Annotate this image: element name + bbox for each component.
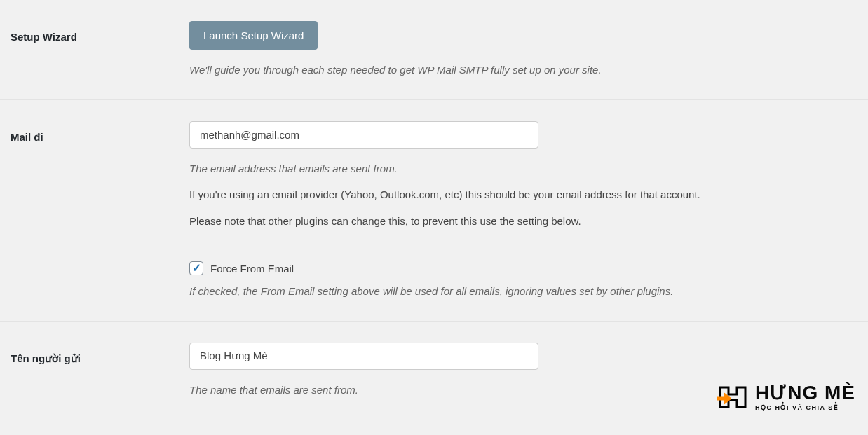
from-email-desc-2: Please note that other plugins can chang… bbox=[189, 213, 847, 230]
brand-title: HƯNG MÈ bbox=[755, 383, 855, 403]
row-from-email: Mail đi The email address that emails ar… bbox=[0, 100, 868, 322]
brand-logo-icon bbox=[716, 380, 750, 414]
brand-logo: HƯNG MÈ HỌC HỎI VÀ CHIA SẺ bbox=[716, 380, 855, 414]
setup-wizard-description: We'll guide you through each step needed… bbox=[189, 62, 847, 78]
brand-subtitle: HỌC HỎI VÀ CHIA SẺ bbox=[755, 404, 855, 411]
label-from-email: Mail đi bbox=[11, 121, 189, 300]
row-setup-wizard: Setup Wizard Launch Setup Wizard We'll g… bbox=[0, 0, 868, 100]
from-email-desc-1: If you're using an email provider (Yahoo… bbox=[189, 186, 847, 203]
force-from-email-desc: If checked, the From Email setting above… bbox=[189, 284, 847, 300]
from-email-input[interactable] bbox=[189, 121, 538, 149]
settings-form: Setup Wizard Launch Setup Wizard We'll g… bbox=[0, 0, 868, 419]
launch-setup-wizard-button[interactable]: Launch Setup Wizard bbox=[189, 21, 318, 50]
force-from-email-checkbox[interactable] bbox=[189, 261, 203, 275]
force-from-email-label: Force From Email bbox=[210, 263, 294, 275]
from-name-input[interactable] bbox=[189, 343, 538, 370]
label-setup-wizard: Setup Wizard bbox=[11, 21, 189, 78]
label-from-name: Tên người gửi bbox=[11, 343, 189, 399]
from-email-desc-italic: The email address that emails are sent f… bbox=[189, 161, 847, 177]
force-from-email-group: Force From Email If checked, the From Em… bbox=[189, 247, 847, 300]
